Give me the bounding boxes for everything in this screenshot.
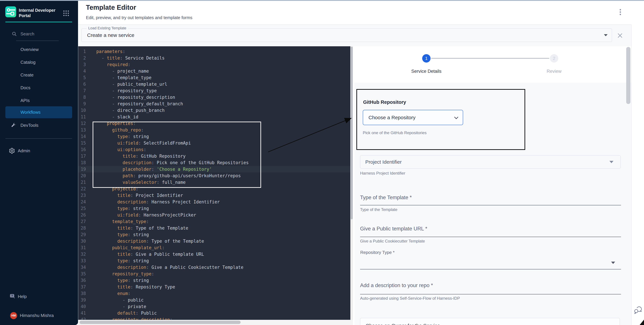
stepper-background <box>353 46 631 83</box>
code-line: 33 type: string <box>78 258 350 264</box>
code-line: 39 - public <box>78 297 350 303</box>
repo-description-underline <box>360 294 621 295</box>
editor-vertical-scrollbar-thumb[interactable] <box>351 47 353 219</box>
sidebar-divider <box>5 138 72 139</box>
code-line: 25 type: string <box>78 205 350 212</box>
code-line: 36 type: string <box>78 277 350 284</box>
project-identifier-helper: Harness Project Identifier <box>360 171 405 176</box>
sidebar-item-docs[interactable]: Docs <box>5 83 72 92</box>
repo-description-helper: Auto-generated using Self-Service-Flow o… <box>360 296 460 301</box>
template-type-helper: Type of the Template <box>360 207 397 212</box>
yaml-code-editor[interactable]: 1parameters:2 - title: Service Details3 … <box>78 46 350 320</box>
project-identifier-select[interactable]: Project Identifier <box>360 155 621 169</box>
github-repository-helper: Pick one of the GitHub Repositories <box>363 130 426 135</box>
load-template-value: Create a new service <box>87 28 134 42</box>
code-line: 2 - title: Service Details <box>78 55 350 61</box>
code-line: 6 - public_template_url <box>78 81 350 87</box>
sidebar: Internal Developer Portal Search Overvie… <box>0 1 78 325</box>
code-line: 7 - repository_type <box>78 87 350 94</box>
search-input[interactable]: Search <box>5 29 72 38</box>
user-menu[interactable]: HM Himanshu Mishra <box>5 311 72 321</box>
code-line: 30 description: Type of the Template <box>78 238 350 245</box>
top-window-strip <box>0 0 644 1</box>
sidebar-item-workflows[interactable]: Workflows <box>5 106 72 118</box>
sidebar-accent-line <box>5 22 72 22</box>
code-line: 37 title: Repository Type <box>78 284 350 290</box>
chevron-down-icon <box>454 117 458 119</box>
code-line: 8 - repositoty_description <box>78 94 350 101</box>
code-line: 40 - private <box>78 303 350 310</box>
app-logo-icon <box>5 6 16 17</box>
code-line: 42 repositoty_description: <box>78 317 350 320</box>
repository-type-underline <box>360 269 621 270</box>
code-line: 29 type: string <box>78 231 350 238</box>
code-line: 1parameters: <box>78 48 350 55</box>
search-icon <box>12 31 17 37</box>
public-template-url-field[interactable]: Give a Public template URL * <box>360 226 427 232</box>
search-divider <box>16 40 59 41</box>
stepper-connector <box>431 58 549 58</box>
dropdown-caret-icon <box>611 262 615 264</box>
public-template-url-helper: Give a Public Cookiecutter Template <box>360 239 425 244</box>
form-annotation-box: GitHub Repository Choose a Repository Pi… <box>356 89 525 150</box>
sidebar-item-catalog[interactable]: Catalog <box>5 57 72 67</box>
panel-right-border <box>631 24 632 325</box>
load-template-select[interactable] <box>82 28 612 42</box>
code-line: 3 required: <box>78 61 350 68</box>
chat-widget-icon[interactable] <box>634 305 643 314</box>
sidebar-item-devtools[interactable]: DevTools <box>5 121 72 130</box>
code-line: 11 - slack_id <box>78 114 350 120</box>
form-panel-scrollbar-thumb[interactable] <box>626 47 630 104</box>
code-line: 41 default: Public <box>78 310 350 317</box>
code-line: 4 - project_name <box>78 68 350 74</box>
code-line: 23 title: Project Identifier <box>78 192 350 199</box>
step-1-circle[interactable]: 1 <box>422 54 430 62</box>
code-line: 34 description: Give a Public Cookiecutt… <box>78 264 350 271</box>
template-editor-page: Internal Developer Portal Search Overvie… <box>0 0 644 325</box>
gear-icon <box>9 148 15 154</box>
wrench-icon <box>11 122 16 128</box>
code-line: 28 title: Type of the Template <box>78 225 350 231</box>
template-type-underline <box>360 205 621 205</box>
sidebar-item-admin[interactable]: Admin <box>5 146 72 155</box>
github-repository-label: GitHub Repository <box>363 99 406 105</box>
help-chat-icon: ? <box>10 294 16 300</box>
code-line: 27 template_type: <box>78 218 350 225</box>
code-line: 32 title: Give a Public template URL <box>78 251 350 258</box>
page-title: Template Editor <box>86 4 136 11</box>
code-line: 31 public_template_url: <box>78 245 350 251</box>
code-annotation-box <box>92 122 261 188</box>
code-line: 9 - repository_default_branch <box>78 101 350 107</box>
code-line: 38 enum: <box>78 290 350 297</box>
form-preview-panel: 1 2 Service Details Review GitHub Reposi… <box>353 46 631 325</box>
kebab-menu-icon[interactable] <box>618 8 623 16</box>
page-subtitle: Edit, preview, and try out templates and… <box>86 15 192 20</box>
app-title: Internal Developer Portal <box>19 7 62 18</box>
sidebar-item-apis[interactable]: APIs <box>5 96 72 105</box>
code-line: 5 - template_type <box>78 74 350 81</box>
repo-description-field[interactable]: Add a description to your repo * <box>360 282 433 289</box>
mouse-cursor <box>640 320 644 325</box>
dropdown-caret-icon <box>604 34 608 36</box>
editor-horizontal-scrollbar-thumb[interactable] <box>80 321 240 324</box>
svg-text:?: ? <box>11 294 13 298</box>
code-line: 24 description: Harness Project Identifi… <box>78 199 350 205</box>
step-1-label: Service Details <box>393 69 460 74</box>
github-repository-select[interactable]: Choose a Repository <box>363 110 463 125</box>
search-placeholder: Search <box>5 31 34 36</box>
template-type-field[interactable]: Type of the Template * <box>360 195 412 201</box>
close-icon[interactable] <box>617 33 624 39</box>
sidebar-item-overview[interactable]: Overview <box>5 45 72 54</box>
repository-type-select[interactable]: Repository Type * <box>360 250 395 255</box>
code-line: 35 repository_type: <box>78 271 350 277</box>
app-grid-icon[interactable] <box>63 10 70 16</box>
step-2-circle[interactable]: 2 <box>550 54 558 62</box>
service-owner-select[interactable]: Choose an Owner for the Service <box>360 318 620 325</box>
code-line: 10 - direct_push_branch <box>78 107 350 114</box>
help-button[interactable]: ? Help <box>5 292 72 301</box>
public-template-url-underline <box>360 237 621 237</box>
code-line: 26 ui:field: HarnessProjectPicker <box>78 212 350 218</box>
load-template-row: Load Existing Template Create a new serv… <box>78 25 631 46</box>
sidebar-item-create[interactable]: Create <box>5 70 72 80</box>
avatar: HM <box>10 312 17 319</box>
